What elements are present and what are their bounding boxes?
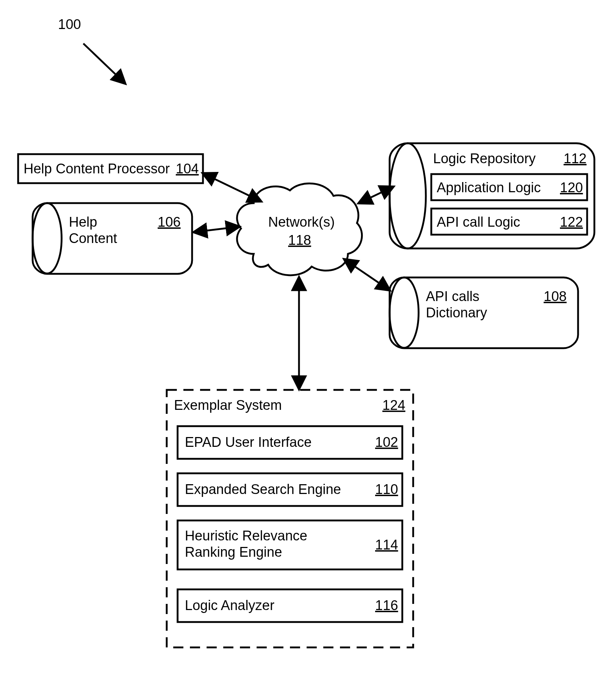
network-cloud: Network(s) 118 bbox=[237, 184, 362, 275]
svg-text:120: 120 bbox=[560, 180, 583, 195]
heuristic-relevance-ranking-box: Heuristic Relevance Ranking Engine 114 bbox=[178, 520, 402, 569]
svg-text:Help: Help bbox=[69, 214, 97, 230]
svg-text:110: 110 bbox=[375, 482, 398, 497]
svg-text:Help Content Processor: Help Content Processor bbox=[24, 161, 170, 176]
svg-text:104: 104 bbox=[176, 161, 199, 176]
svg-text:112: 112 bbox=[564, 151, 586, 166]
svg-point-19 bbox=[390, 277, 419, 348]
svg-text:Logic Analyzer: Logic Analyzer bbox=[185, 598, 274, 613]
svg-text:Network(s): Network(s) bbox=[268, 214, 335, 230]
svg-text:106: 106 bbox=[158, 214, 180, 230]
svg-text:122: 122 bbox=[560, 214, 583, 230]
figure-ref: 100 bbox=[58, 17, 81, 32]
svg-text:Expanded Search Engine: Expanded Search Engine bbox=[185, 482, 341, 497]
conn-api-dict bbox=[344, 259, 390, 290]
conn-help-processor bbox=[203, 173, 261, 201]
exemplar-system-box: Exemplar System 124 EPAD User Interface … bbox=[167, 390, 413, 647]
epad-ui-box: EPAD User Interface 102 bbox=[178, 426, 402, 459]
api-calls-dictionary-cylinder: API calls Dictionary 108 bbox=[390, 277, 578, 348]
svg-text:114: 114 bbox=[375, 537, 398, 552]
svg-text:116: 116 bbox=[375, 598, 398, 613]
svg-point-10 bbox=[390, 143, 426, 248]
svg-text:Content: Content bbox=[69, 231, 117, 246]
system-diagram: 100 Help Content Processor 104 Help Cont… bbox=[0, 0, 598, 700]
svg-text:Application Logic: Application Logic bbox=[437, 180, 541, 195]
svg-text:API call Logic: API call Logic bbox=[437, 214, 520, 230]
svg-text:108: 108 bbox=[544, 289, 566, 304]
svg-text:Dictionary: Dictionary bbox=[426, 305, 487, 320]
conn-help-content bbox=[194, 227, 239, 232]
svg-line-0 bbox=[83, 44, 125, 83]
conn-logic-repo bbox=[359, 187, 393, 203]
svg-text:Heuristic Relevance: Heuristic Relevance bbox=[185, 528, 307, 543]
svg-point-4 bbox=[33, 203, 62, 273]
svg-text:Exemplar System: Exemplar System bbox=[174, 398, 282, 413]
logic-repository-cylinder: Logic Repository 112 Application Logic 1… bbox=[390, 143, 594, 248]
logic-analyzer-box: Logic Analyzer 116 bbox=[178, 589, 402, 622]
svg-text:118: 118 bbox=[288, 232, 311, 248]
help-content-processor-box: Help Content Processor 104 bbox=[18, 154, 203, 183]
svg-text:Ranking Engine: Ranking Engine bbox=[185, 544, 282, 560]
svg-text:102: 102 bbox=[375, 435, 398, 450]
help-content-cylinder: Help Content 106 bbox=[33, 203, 192, 274]
svg-text:API calls: API calls bbox=[426, 289, 479, 304]
expanded-search-engine-box: Expanded Search Engine 110 bbox=[178, 473, 402, 506]
svg-text:EPAD User Interface: EPAD User Interface bbox=[185, 435, 312, 450]
svg-text:124: 124 bbox=[382, 398, 405, 413]
svg-text:Logic Repository: Logic Repository bbox=[433, 151, 536, 166]
